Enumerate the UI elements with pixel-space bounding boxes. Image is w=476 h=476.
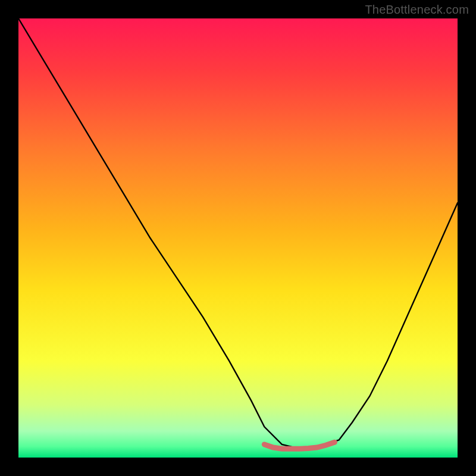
valley-marker [264, 442, 334, 449]
watermark-text: TheBottleneck.com [365, 3, 469, 17]
plot-area [18, 18, 458, 458]
chart-frame: TheBottleneck.com [0, 0, 476, 476]
curve-layer [18, 18, 458, 458]
bottleneck-curve [18, 18, 458, 449]
